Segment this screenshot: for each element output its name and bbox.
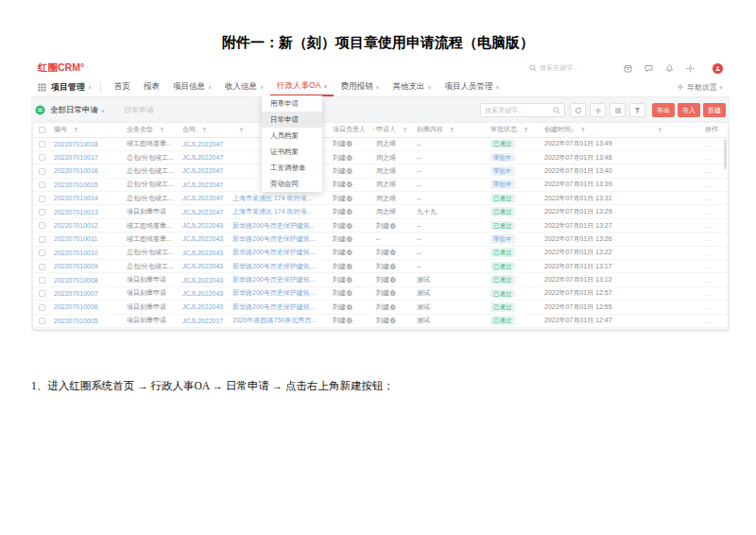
actions-menu[interactable]: … [705,318,713,324]
record-id-link[interactable]: 202207010009 [54,263,98,269]
nav-settings-button[interactable]: 导航设置 ∨ [677,82,723,93]
record-id-link[interactable]: 202207010007 [54,290,98,297]
contract-link[interactable]: JCJL2022047 [182,195,223,201]
columns-button[interactable] [610,103,626,117]
actions-menu[interactable]: … [705,167,713,174]
gear-icon[interactable] [686,64,695,73]
record-id-link[interactable]: 202207010011 [54,235,97,242]
contract-link[interactable]: JCJL2022043 [182,222,223,229]
actions-menu[interactable]: … [705,195,713,201]
record-id-link[interactable]: 202207010015 [54,181,98,188]
filter-icon[interactable] [74,128,78,132]
row-checkbox[interactable] [39,181,45,188]
filter-icon[interactable] [239,128,244,132]
message-icon[interactable] [644,64,653,73]
list-search-input[interactable]: 搜索关键字... [480,103,565,117]
actions-menu[interactable]: … [705,263,713,269]
contract-link[interactable]: JCJL2022043 [182,235,223,242]
scrollbar[interactable] [724,139,727,169]
contract-link[interactable]: JCJL2022047 [182,141,223,147]
record-id-link[interactable]: 202207010018 [54,141,98,147]
nav-item[interactable]: 收入信息∨ [218,78,270,96]
row-checkbox[interactable] [39,209,45,216]
row-checkbox[interactable] [39,236,45,243]
workspace-switcher[interactable]: 项目管理 [51,81,85,94]
row-checkbox[interactable] [39,318,45,324]
actions-menu[interactable]: … [705,235,713,242]
contract-link[interactable]: JCJL2022047 [182,181,223,188]
action-button[interactable]: 导入 [678,103,700,117]
contract-link[interactable]: JCJL2022043 [182,303,223,310]
nav-item[interactable]: 报表 [137,78,166,96]
contract-link[interactable]: JCJL2022043 [182,250,223,256]
apps-grid-icon[interactable] [38,83,46,92]
project-link[interactable]: 新华路200号历史保护建筑... [232,263,316,269]
calendar-icon[interactable] [624,64,632,73]
row-checkbox[interactable] [39,277,45,284]
settings-button[interactable] [590,103,606,117]
contract-link[interactable]: JCJL2022047 [182,167,223,174]
project-link[interactable]: 2020年愚园路750弄优秀历... [232,317,317,323]
filter-icon[interactable] [372,128,374,132]
row-checkbox[interactable] [39,264,45,270]
row-checkbox[interactable] [39,196,45,202]
menu-item[interactable]: 证书档案 [262,144,322,160]
project-link[interactable]: 新华路200号历史保护建筑... [232,303,316,310]
action-button[interactable]: 导出 [652,103,675,117]
record-id-link[interactable]: 202207010012 [54,222,98,229]
menu-item[interactable]: 用章申请 [262,95,322,112]
row-checkbox[interactable] [39,304,45,311]
actions-menu[interactable]: … [705,181,713,188]
action-button[interactable]: 新建 [703,103,726,117]
contract-link[interactable]: JCJL2022017 [182,318,223,324]
row-checkbox[interactable] [39,290,45,297]
view-selector[interactable]: 全部日常申请 [50,105,98,116]
record-id-link[interactable]: 202207010010 [54,250,98,256]
record-id-link[interactable]: 202207010006 [54,303,98,310]
contract-link[interactable]: JCJL2022047 [182,209,223,216]
row-checkbox[interactable] [39,222,45,229]
view-tab[interactable]: 日常申请 [124,105,154,115]
actions-menu[interactable]: … [705,277,713,284]
filter-icon[interactable] [658,128,662,132]
contract-link[interactable]: JCJL2022043 [182,290,223,297]
nav-item[interactable]: 项目信息∨ [166,78,218,96]
global-search-input[interactable]: 搜索关键字... [529,63,609,73]
nav-item[interactable]: 费用报销∨ [334,78,386,96]
nav-item[interactable]: 其他支出∨ [386,78,438,96]
menu-item[interactable]: 人员档案 [262,128,322,144]
actions-menu[interactable]: … [705,141,713,147]
contract-link[interactable]: JCJL2022043 [182,277,223,284]
user-avatar[interactable] [713,63,723,74]
row-checkbox[interactable] [39,168,45,175]
actions-menu[interactable]: … [705,290,713,297]
project-link[interactable]: 上海市黄浦区 174 街坊项... [232,195,312,201]
bell-icon[interactable] [665,64,674,73]
filter-icon[interactable] [450,128,455,132]
menu-item[interactable]: 日常申请 [262,112,322,128]
filter-icon[interactable] [403,128,407,132]
nav-item[interactable]: 行政人事OA∨ [270,78,334,96]
menu-item[interactable]: 劳动合同 [262,176,322,192]
project-link[interactable]: 上海市黄浦区 174 街坊项... [232,208,312,215]
record-id-link[interactable]: 202207010014 [54,195,98,201]
actions-menu[interactable]: … [705,222,713,229]
record-id-link[interactable]: 202207010016 [54,167,98,174]
record-id-link[interactable]: 202207010008 [54,277,98,284]
actions-menu[interactable]: … [705,250,713,256]
project-link[interactable]: 新华路200号历史保护建筑... [232,235,316,242]
actions-menu[interactable]: … [705,154,713,161]
filter-icon[interactable] [202,128,207,132]
filter-icon[interactable] [581,128,586,132]
nav-item[interactable]: 首页 [108,78,137,96]
filter-icon[interactable] [160,128,164,132]
actions-menu[interactable]: … [705,303,713,310]
record-id-link[interactable]: 202207010017 [54,154,98,161]
project-link[interactable]: 新华路200号历史保护建筑... [232,276,316,283]
menu-item[interactable]: 工资调整单 [262,160,322,176]
refresh-button[interactable] [570,103,586,117]
select-all-checkbox[interactable] [39,127,45,133]
record-id-link[interactable]: 202207010005 [54,318,98,324]
actions-menu[interactable]: … [705,209,713,216]
row-checkbox[interactable] [39,250,45,256]
